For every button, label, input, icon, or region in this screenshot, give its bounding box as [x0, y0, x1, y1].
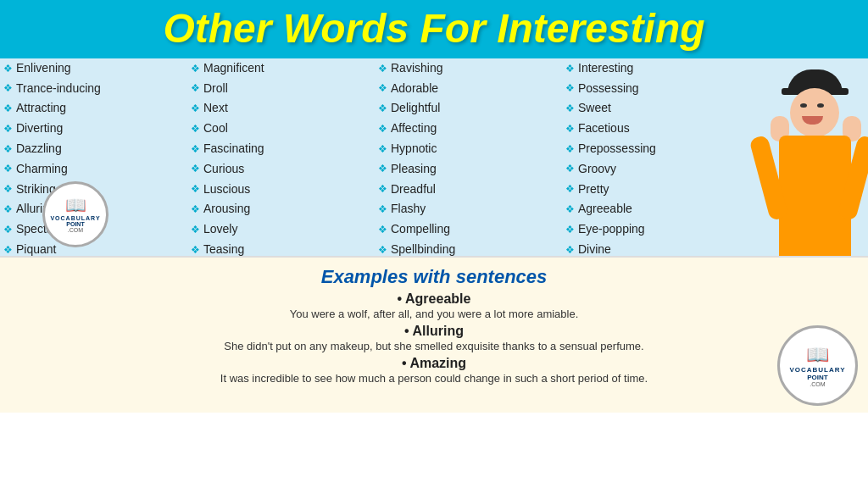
word-text: Dazzling	[16, 139, 62, 159]
example-word: • Amazing	[17, 356, 851, 371]
word-text: Groovy	[578, 159, 616, 180]
word-text: Agreeable	[578, 199, 632, 219]
diamond-icon: ❖	[565, 120, 575, 137]
diamond-icon: ❖	[3, 160, 13, 177]
diamond-icon: ❖	[565, 100, 575, 117]
diamond-icon: ❖	[3, 120, 13, 137]
logo-small: 📖 VOCABULARY POINT .COM	[42, 181, 108, 247]
diamond-icon: ❖	[191, 120, 200, 137]
diamond-icon: ❖	[565, 221, 575, 238]
word-text: Luscious	[203, 180, 250, 200]
diamond-icon: ❖	[191, 180, 200, 197]
word-text: Ravishing	[391, 58, 442, 79]
diamond-icon: ❖	[3, 80, 13, 97]
word-text: Magnificent	[203, 58, 264, 79]
diamond-icon: ❖	[565, 201, 575, 218]
example-word: • Agreeable	[17, 291, 851, 307]
word-item: ❖Compelling	[378, 219, 559, 240]
words-column-2: ❖Magnificent❖Droll❖Next❖Cool❖Fascinating…	[187, 58, 375, 256]
example-sentence: You were a wolf, after all, and you were…	[17, 307, 851, 322]
word-item: ❖Adorable	[378, 79, 559, 99]
word-item: ❖Charming	[3, 159, 184, 180]
example-sentence: She didn't put on any makeup, but she sm…	[17, 339, 851, 354]
diamond-icon: ❖	[378, 160, 387, 177]
word-item: ❖Groovy	[565, 159, 746, 180]
word-item: ❖Prepossessing	[565, 139, 746, 159]
diamond-icon: ❖	[191, 141, 200, 158]
word-item: ❖Droll	[191, 79, 371, 99]
page-title: Other Words For Interesting	[14, 7, 854, 52]
word-text: Fascinating	[203, 139, 264, 159]
word-item: ❖Luscious	[191, 180, 371, 200]
diamond-icon: ❖	[191, 60, 200, 77]
word-text: Next	[203, 98, 228, 119]
example-word: • Alluring	[17, 324, 851, 339]
word-text: Charming	[16, 159, 68, 180]
word-text: Adorable	[391, 79, 438, 99]
word-item: ❖Sweet	[565, 98, 746, 119]
word-text: Delightful	[391, 98, 440, 119]
word-item: ❖Facetious	[565, 119, 746, 139]
word-item: ❖Dazzling	[3, 139, 184, 159]
diamond-icon: ❖	[3, 221, 13, 238]
diamond-icon: ❖	[378, 100, 387, 117]
word-item: ❖Attracting	[3, 98, 184, 119]
word-item: ❖Affecting	[378, 119, 559, 139]
word-text: Facetious	[578, 119, 630, 139]
word-item: ❖Flashy	[378, 199, 559, 219]
diamond-icon: ❖	[191, 100, 200, 117]
word-text: Pretty	[578, 180, 609, 200]
word-text: Prepossessing	[578, 139, 656, 159]
word-item: ❖Cool	[191, 119, 371, 139]
word-text: Diverting	[16, 119, 63, 139]
example-sentence: It was incredible to see how much a pers…	[17, 371, 851, 386]
person-face	[790, 88, 839, 137]
word-item: ❖Next	[191, 98, 371, 119]
examples-list: • Agreeable You were a wolf, after all, …	[17, 291, 851, 387]
word-item: ❖Lovely	[191, 219, 371, 240]
word-text: Eye-popping	[578, 219, 645, 240]
examples-section: Examples with sentences • Agreeable You …	[0, 256, 868, 413]
diamond-icon: ❖	[378, 180, 387, 197]
diamond-icon: ❖	[378, 60, 387, 77]
word-item: ❖Eye-popping	[565, 219, 746, 240]
word-item: ❖Interesting	[565, 58, 746, 79]
diamond-icon: ❖	[3, 180, 13, 197]
diamond-icon: ❖	[565, 180, 575, 197]
diamond-icon: ❖	[191, 221, 200, 238]
word-text: Interesting	[578, 58, 633, 79]
word-item: ❖Pretty	[565, 180, 746, 200]
word-item: ❖Diverting	[3, 119, 184, 139]
diamond-icon: ❖	[3, 201, 13, 218]
word-item: ❖Pleasing	[378, 159, 559, 180]
word-item: ❖Curious	[191, 159, 371, 180]
word-item: ❖Agreeable	[565, 199, 746, 219]
word-text: Dreadful	[391, 180, 436, 200]
example-entry: • Alluring She didn't put on any makeup,…	[17, 324, 851, 354]
diamond-icon: ❖	[378, 80, 387, 97]
word-text: Trance-inducing	[16, 79, 101, 99]
person-eyes	[800, 103, 807, 108]
header: Other Words For Interesting	[0, 0, 868, 58]
words-column-3: ❖Ravishing❖Adorable❖Delightful❖Affecting…	[375, 58, 562, 256]
word-text: Affecting	[391, 119, 437, 139]
word-text: Possessing	[578, 79, 639, 99]
word-text: Curious	[203, 159, 244, 180]
word-item: ❖Possessing	[565, 79, 746, 99]
word-text: Pleasing	[391, 159, 437, 180]
person-image	[749, 58, 868, 256]
word-text: Hypnotic	[391, 139, 437, 159]
example-entry: • Agreeable You were a wolf, after all, …	[17, 291, 851, 322]
word-item: ❖Delightful	[378, 98, 559, 119]
diamond-icon: ❖	[565, 141, 575, 158]
word-item: ❖Magnificent	[191, 58, 371, 79]
words-column-1: ❖Enlivening❖Trance-inducing❖Attracting❖D…	[0, 58, 187, 256]
diamond-icon: ❖	[378, 221, 387, 238]
word-text: Sweet	[578, 98, 611, 119]
word-item: ❖Enlivening	[3, 58, 184, 79]
person-eyes-r	[817, 103, 824, 108]
diamond-icon: ❖	[3, 60, 13, 77]
diamond-icon: ❖	[378, 141, 387, 158]
word-item: ❖Dreadful	[378, 180, 559, 200]
diamond-icon: ❖	[378, 201, 387, 218]
